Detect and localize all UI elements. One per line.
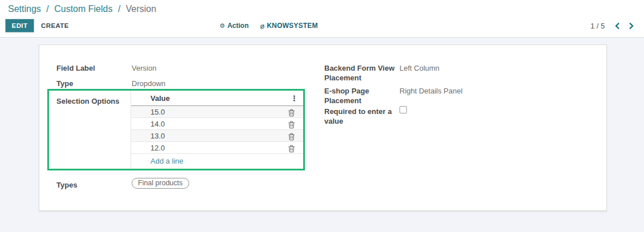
action-menus: ⚙ Action ⌀ KNOWSYSTEM <box>219 22 318 30</box>
breadcrumb-link-custom-fields[interactable]: Custom Fields <box>54 4 112 14</box>
option-value: 13.0 <box>150 132 165 140</box>
trash-icon <box>288 109 295 117</box>
option-value: 12.0 <box>150 144 165 152</box>
knowsystem-button[interactable]: ⌀ KNOWSYSTEM <box>260 22 317 30</box>
trash-icon <box>288 133 295 141</box>
table-row[interactable]: 15.0 <box>131 106 303 118</box>
gear-icon: ⚙ <box>219 23 225 29</box>
delete-row-button[interactable] <box>288 108 295 116</box>
backend-placement-value: Left Column <box>400 63 439 73</box>
selection-options-table: Value ⋮ 15.0 14.0 <box>131 91 303 169</box>
knowsystem-label: KNOWSYSTEM <box>267 22 317 30</box>
knowsystem-icon: ⌀ <box>260 22 264 30</box>
action-menu-button[interactable]: ⚙ Action <box>219 22 248 30</box>
table-row[interactable]: 14.0 <box>131 118 303 130</box>
types-tag: Final products <box>132 178 189 189</box>
edit-button[interactable]: EDIT <box>5 19 34 32</box>
table-header-row: Value ⋮ <box>131 91 303 106</box>
delete-row-button[interactable] <box>288 132 295 140</box>
breadcrumb-current-record: Version <box>126 4 156 14</box>
table-row[interactable]: 12.0 <box>131 142 303 154</box>
breadcrumb-separator: / <box>118 4 120 14</box>
breadcrumb: Settings / Custom Fields / Version <box>8 4 156 14</box>
option-value: 15.0 <box>150 108 165 116</box>
breadcrumb-link-settings[interactable]: Settings <box>8 4 41 14</box>
breadcrumb-separator: / <box>46 4 48 14</box>
types-label: Types <box>56 180 128 190</box>
value-column-header: Value <box>131 94 170 103</box>
kebab-menu-icon[interactable]: ⋮ <box>291 91 298 106</box>
odoo-custom-field-form-view: Settings / Custom Fields / Version EDIT … <box>0 0 644 232</box>
field-label-value: Version <box>132 63 156 73</box>
delete-row-button[interactable] <box>288 144 295 152</box>
type-label: Type <box>56 79 128 88</box>
trash-icon <box>288 145 295 153</box>
selection-options-highlight-box: Selection Options Value ⋮ 15.0 14.0 <box>47 89 305 170</box>
record-pager-counter[interactable]: 1 / 5 <box>590 22 605 30</box>
selection-options-label: Selection Options <box>56 97 120 105</box>
add-a-line-link[interactable]: Add a line <box>131 154 303 168</box>
field-label-label: Field Label <box>56 63 128 73</box>
pager-previous-button[interactable] <box>615 22 620 31</box>
create-button[interactable]: CREATE <box>41 22 69 29</box>
action-menu-label: Action <box>227 22 248 30</box>
chevron-right-icon <box>629 22 634 30</box>
required-checkbox[interactable] <box>400 106 407 113</box>
content-area: Field Label Version Type Dropdown Select… <box>0 38 644 232</box>
type-value: Dropdown <box>132 79 165 88</box>
backend-placement-label: Backend Form View Placement <box>324 63 398 83</box>
eshop-placement-label: E-shop Page Placement <box>324 86 398 105</box>
chevron-left-icon <box>615 22 620 30</box>
pager-next-button[interactable] <box>629 22 634 31</box>
option-value: 14.0 <box>150 120 165 128</box>
required-label: Required to enter a value <box>324 107 398 126</box>
delete-row-button[interactable] <box>288 120 295 128</box>
control-panel: Settings / Custom Fields / Version EDIT … <box>0 0 644 38</box>
eshop-placement-value: Right Details Panel <box>400 86 463 96</box>
table-row[interactable]: 13.0 <box>131 130 303 142</box>
trash-icon <box>288 121 295 129</box>
form-sheet: Field Label Version Type Dropdown Select… <box>39 44 607 211</box>
